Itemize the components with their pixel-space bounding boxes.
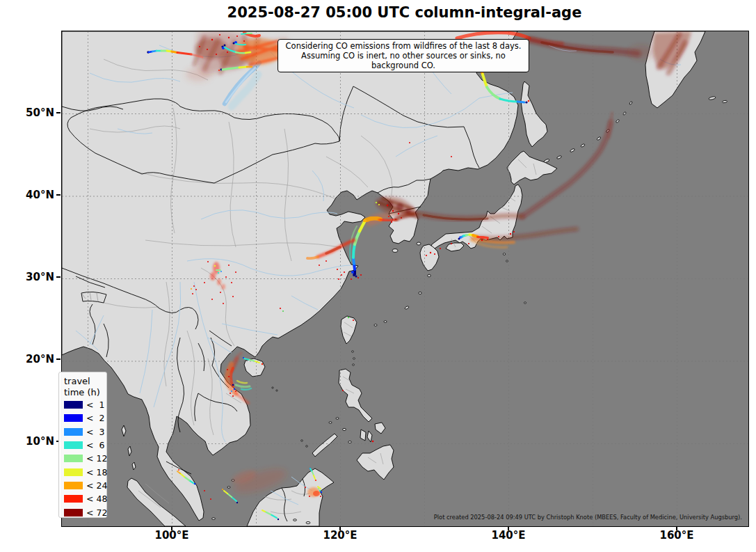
legend-title-line2: time (h) [64,387,106,398]
annotation-box: Considering CO emissions from wildfires … [278,39,529,72]
xtick-label-160e: 160°E [645,529,708,542]
legend-entry: < 24 [64,479,106,492]
legend-entry: < 48 [64,492,106,505]
ytick-label-10n: 10°N [0,435,54,448]
ytick-label-20n: 20°N [0,353,54,365]
xtick-label-100e: 100°E [140,529,203,542]
xtick-mark [508,526,509,530]
legend-entry: < 12 [64,452,106,465]
map-plot-area: Plot created 2025-08-24 09:49 UTC by Chr… [61,31,749,527]
legend-entry-label: < 24 [86,480,107,491]
map-canvas: Plot created 2025-08-24 09:49 UTC by Chr… [62,31,748,526]
legend-swatch [64,441,83,449]
legend-entry-label: < 6 [86,440,104,450]
travel-time-legend: travel time (h) < 1< 2< 3< 6< 12< 18< 24… [58,372,107,518]
annotation-line-1: Considering CO emissions from wildfires … [281,41,526,51]
annotation-line-2: Assuming CO is inert, no other sources o… [281,51,526,70]
legend-entry: < 3 [64,425,106,439]
ytick-mark [56,194,61,196]
xtick-label-140e: 140°E [477,529,540,542]
ytick-label-40n: 40°N [0,189,54,201]
legend-entry-label: < 2 [86,413,104,423]
xtick-mark [171,526,172,530]
legend-title-line1: travel [64,376,106,387]
legend-entry-label: < 72 [86,507,107,518]
legend-swatch [64,455,83,462]
ytick-mark [56,276,61,278]
ytick-mark [56,358,61,360]
legend-entry: < 6 [64,439,106,452]
legend-swatch [64,495,83,503]
legend-entry-label: < 48 [86,494,107,504]
xtick-mark [676,526,677,530]
legend-entry: < 18 [64,465,106,478]
credit-text: Plot created 2025-08-24 09:49 UTC by Chr… [434,514,742,521]
legend-swatch [64,482,83,489]
legend-swatch [64,509,83,516]
legend-swatch [64,414,83,422]
legend-entry-label: < 3 [86,427,104,437]
page-title: 2025-08-27 05:00 UTC column-integral-age [61,4,748,21]
legend-entry: < 1 [64,398,106,411]
xtick-mark [339,526,341,530]
ytick-label-30n: 30°N [0,271,54,283]
legend-swatch [64,401,83,409]
legend-swatch [64,428,83,436]
legend-swatch [64,468,83,476]
xtick-label-120e: 120°E [309,529,371,542]
ytick-label-50n: 50°N [0,107,54,119]
figure: 2025-08-27 05:00 UTC column-integral-age [0,0,756,552]
legend-entry: < 72 [64,505,106,519]
legend-entry-label: < 1 [86,400,104,410]
legend-entry: < 2 [64,411,106,425]
legend-entry-label: < 18 [86,467,107,478]
ytick-mark [56,112,61,113]
legend-entries: < 1< 2< 3< 6< 12< 18< 24< 48< 72 [64,398,106,519]
legend-entry-label: < 12 [86,453,107,464]
